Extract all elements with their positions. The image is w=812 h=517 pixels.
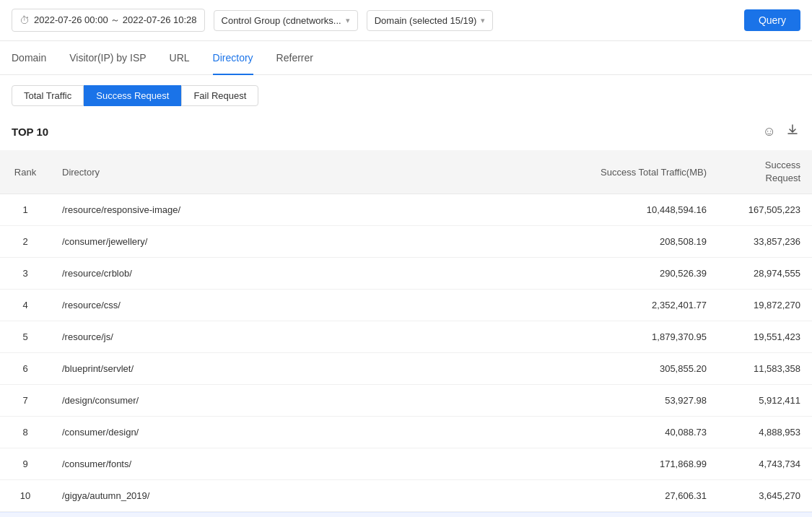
cell-requests: 28,974,555 xyxy=(718,258,812,290)
download-icon xyxy=(786,123,799,140)
top10-title: TOP 10 xyxy=(12,126,48,138)
sub-tab-success[interactable]: Success Request xyxy=(84,85,181,106)
footer-note: Feature description: This feature ranks … xyxy=(0,512,812,517)
download-icon-button[interactable] xyxy=(785,122,800,142)
table-row: 5/resource/js/1,879,370.9519,551,423 xyxy=(0,321,812,353)
cell-directory: /resource/responsive-image/ xyxy=(51,194,559,226)
cell-directory: /consumer/design/ xyxy=(51,417,559,448)
cell-directory: /consumer/jewellery/ xyxy=(51,226,559,258)
table-header-row: Rank Directory Success Total Traffic(MB)… xyxy=(0,150,812,194)
col-requests: SuccessRequest xyxy=(718,150,812,194)
cell-rank: 8 xyxy=(0,417,51,448)
cell-traffic: 10,448,594.16 xyxy=(559,194,718,226)
cell-requests: 19,872,270 xyxy=(718,290,812,321)
top-bar: ⏱ 2022-07-26 00:00 ～ 2022-07-26 10:28 Co… xyxy=(0,0,812,41)
control-group-label: Control Group (cdnetworks... xyxy=(222,15,341,26)
cell-requests: 4,743,734 xyxy=(718,448,812,480)
cell-requests: 5,912,411 xyxy=(718,385,812,417)
cell-directory: /gigya/autumn_2019/ xyxy=(51,480,559,512)
cell-traffic: 305,855.20 xyxy=(559,353,718,385)
table-row: 4/resource/css/2,352,401.7719,872,270 xyxy=(0,290,812,321)
tab-domain[interactable]: Domain xyxy=(12,42,46,75)
col-rank: Rank xyxy=(0,150,51,194)
cell-requests: 3,645,270 xyxy=(718,480,812,512)
cell-traffic: 53,927.98 xyxy=(559,385,718,417)
cell-requests: 33,857,236 xyxy=(718,226,812,258)
cell-rank: 3 xyxy=(0,258,51,290)
tab-referrer[interactable]: Referrer xyxy=(276,42,313,75)
cell-requests: 19,551,423 xyxy=(718,321,812,353)
cell-traffic: 40,088.73 xyxy=(559,417,718,448)
table-row: 9/consumer/fonts/171,868.994,743,734 xyxy=(0,448,812,480)
date-range-button[interactable]: ⏱ 2022-07-26 00:00 ～ 2022-07-26 10:28 xyxy=(12,9,205,32)
table-row: 2/consumer/jewellery/208,508.1933,857,23… xyxy=(0,226,812,258)
data-table: Rank Directory Success Total Traffic(MB)… xyxy=(0,150,812,512)
table-row: 7/design/consumer/53,927.985,912,411 xyxy=(0,385,812,417)
cell-traffic: 290,526.39 xyxy=(559,258,718,290)
cell-directory: /blueprint/servlet/ xyxy=(51,353,559,385)
col-traffic: Success Total Traffic(MB) xyxy=(559,150,718,194)
cell-rank: 4 xyxy=(0,290,51,321)
cell-directory: /consumer/fonts/ xyxy=(51,448,559,480)
table-row: 6/blueprint/servlet/305,855.2011,583,358 xyxy=(0,353,812,385)
table-row: 8/consumer/design/40,088.734,888,953 xyxy=(0,417,812,448)
section-header: TOP 10 ☺ xyxy=(0,116,812,150)
cell-requests: 4,888,953 xyxy=(718,417,812,448)
domain-select[interactable]: Domain (selected 15/19) ▾ xyxy=(367,10,494,31)
tab-visitor[interactable]: Visitor(IP) by ISP xyxy=(69,42,146,75)
cell-directory: /resource/crblob/ xyxy=(51,258,559,290)
domain-label: Domain (selected 15/19) xyxy=(375,15,477,26)
cell-traffic: 1,879,370.95 xyxy=(559,321,718,353)
sub-tab-fail[interactable]: Fail Request xyxy=(181,85,258,106)
control-group-select[interactable]: Control Group (cdnetworks... ▾ xyxy=(214,10,358,31)
cell-rank: 10 xyxy=(0,480,51,512)
cell-requests: 11,583,358 xyxy=(718,353,812,385)
col-directory: Directory xyxy=(51,150,559,194)
sub-tabs: Total Traffic Success Request Fail Reque… xyxy=(0,75,812,116)
smiley-icon: ☺ xyxy=(763,124,776,139)
cell-directory: /resource/js/ xyxy=(51,321,559,353)
section-icons: ☺ xyxy=(761,122,800,142)
tab-directory[interactable]: Directory xyxy=(213,42,253,75)
table-row: 1/resource/responsive-image/10,448,594.1… xyxy=(0,194,812,226)
cell-rank: 5 xyxy=(0,321,51,353)
clock-icon: ⏱ xyxy=(19,14,30,26)
cell-traffic: 171,868.99 xyxy=(559,448,718,480)
cell-directory: /resource/css/ xyxy=(51,290,559,321)
table-row: 10/gigya/autumn_2019/27,606.313,645,270 xyxy=(0,480,812,512)
cell-traffic: 27,606.31 xyxy=(559,480,718,512)
cell-rank: 7 xyxy=(0,385,51,417)
sub-tab-total[interactable]: Total Traffic xyxy=(12,85,84,106)
cell-traffic: 208,508.19 xyxy=(559,226,718,258)
tab-url[interactable]: URL xyxy=(170,42,190,75)
query-button[interactable]: Query xyxy=(744,9,800,31)
cell-rank: 2 xyxy=(0,226,51,258)
cell-rank: 1 xyxy=(0,194,51,226)
smiley-icon-button[interactable]: ☺ xyxy=(761,123,777,141)
cell-rank: 6 xyxy=(0,353,51,385)
cell-rank: 9 xyxy=(0,448,51,480)
cell-requests: 167,505,223 xyxy=(718,194,812,226)
cell-directory: /design/consumer/ xyxy=(51,385,559,417)
cell-traffic: 2,352,401.77 xyxy=(559,290,718,321)
main-tabs: Domain Visitor(IP) by ISP URL Directory … xyxy=(0,41,812,75)
chevron-down-icon: ▾ xyxy=(346,16,350,25)
date-range-label: 2022-07-26 00:00 ～ 2022-07-26 10:28 xyxy=(34,14,197,27)
table-row: 3/resource/crblob/290,526.3928,974,555 xyxy=(0,258,812,290)
chevron-down-icon-2: ▾ xyxy=(481,16,485,25)
